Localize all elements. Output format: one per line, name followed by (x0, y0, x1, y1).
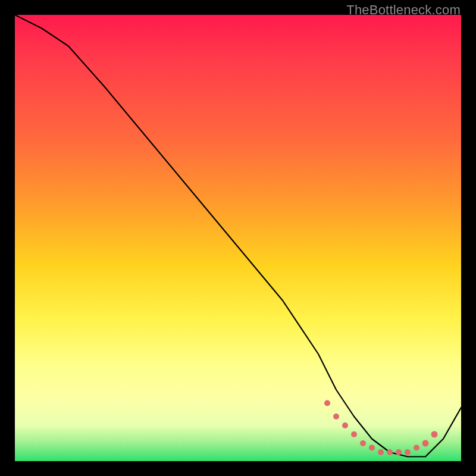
watermark-text: TheBottleneck.com (346, 2, 461, 18)
highlight-dot (378, 449, 384, 455)
highlight-dot (422, 440, 429, 447)
highlight-dot (414, 445, 419, 451)
highlight-dot (324, 400, 330, 406)
chart-frame: TheBottleneck.com (0, 0, 476, 476)
highlight-dots (324, 400, 438, 456)
plot-area (15, 15, 461, 461)
highlight-dot (387, 449, 393, 455)
highlight-dot (369, 445, 375, 451)
highlight-dot (431, 431, 438, 438)
highlight-dot (360, 440, 366, 446)
highlight-dot (333, 414, 339, 419)
highlight-dot (342, 422, 348, 428)
highlight-dot (351, 431, 357, 437)
curve-layer (15, 15, 461, 461)
bottleneck-curve (15, 15, 461, 457)
highlight-dot (405, 449, 411, 455)
highlight-dot (396, 449, 402, 455)
